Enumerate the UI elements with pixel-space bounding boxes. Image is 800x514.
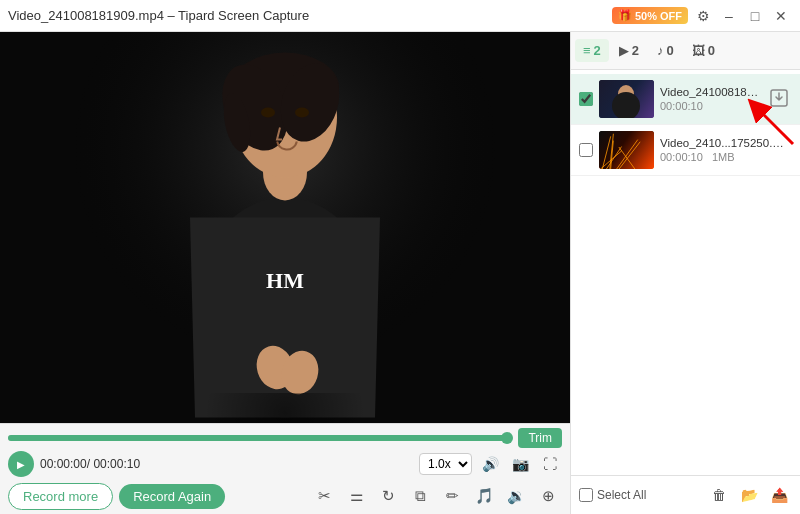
tab-video-icon: ≡ [583, 43, 591, 58]
fullscreen-icon[interactable]: ⛶ [538, 452, 562, 476]
video-canvas [0, 32, 570, 423]
controls-bar: Trim ▶ 00:00:00/ 00:00:10 1.0x 0.5x 1.5x… [0, 423, 570, 514]
copy-icon[interactable]: ⧉ [406, 482, 434, 510]
right-bottom-icons: 🗑 📂 📤 [706, 482, 792, 508]
tab-audio-count: 0 [667, 43, 674, 58]
export-icon[interactable]: 📤 [766, 482, 792, 508]
progress-track[interactable] [8, 435, 512, 441]
speed-select[interactable]: 1.0x 0.5x 1.5x 2.0x [419, 453, 472, 475]
file-name-2: Video_2410...175250.mp4 [660, 137, 792, 149]
app-title: Video_241008181909.mp4 – Tipard Screen C… [8, 8, 309, 23]
audio-icon[interactable]: 🔉 [502, 482, 530, 510]
tab-image-icon: 🖼 [692, 43, 705, 58]
tab-play[interactable]: ▶ 2 [611, 39, 647, 62]
audio-edit-icon[interactable]: 🎵 [470, 482, 498, 510]
file-meta-1: 00:00:10 [660, 100, 764, 112]
rotate-icon[interactable]: ↻ [374, 482, 402, 510]
tab-video[interactable]: ≡ 2 [575, 39, 609, 62]
bottom-icons: ✂ ⚌ ↻ ⧉ ✏ 🎵 🔉 ⊕ [310, 482, 562, 510]
close-button[interactable]: ✕ [770, 5, 792, 27]
file-meta-2: 00:00:10 1MB [660, 151, 792, 163]
file-checkbox-2[interactable] [579, 143, 593, 157]
edit-icon[interactable]: ✏ [438, 482, 466, 510]
playback-row: ▶ 00:00:00/ 00:00:10 1.0x 0.5x 1.5x 2.0x… [8, 451, 562, 477]
time-display: 00:00:00/ 00:00:10 [40, 457, 413, 471]
file-checkbox-1[interactable] [579, 92, 593, 106]
adjust-icon[interactable]: ⚌ [342, 482, 370, 510]
file-export-icon[interactable] [770, 89, 788, 110]
title-bar: Video_241008181909.mp4 – Tipard Screen C… [0, 0, 800, 32]
delete-icon[interactable]: 🗑 [706, 482, 732, 508]
file-item-2[interactable]: Video_2410...175250.mp4 00:00:10 1MB [571, 125, 800, 176]
left-panel: Trim ▶ 00:00:00/ 00:00:10 1.0x 0.5x 1.5x… [0, 32, 570, 514]
maximize-button[interactable]: □ [744, 5, 766, 27]
action-row: Record more Record Again ✂ ⚌ ↻ ⧉ ✏ 🎵 🔉 ⊕ [8, 480, 562, 510]
tab-bar: ≡ 2 ▶ 2 ♪ 0 🖼 0 [571, 32, 800, 70]
right-panel: ≡ 2 ▶ 2 ♪ 0 🖼 0 [570, 32, 800, 514]
file-info-1: Video_241008181909.mp4 00:00:10 [660, 86, 764, 112]
file-item-1[interactable]: Video_241008181909.mp4 00:00:10 [571, 74, 800, 125]
promo-badge: 🎁 50% OFF [612, 7, 688, 24]
folder-open-icon[interactable]: 📂 [736, 482, 762, 508]
tab-audio-icon: ♪ [657, 43, 664, 58]
file-list: Video_241008181909.mp4 00:00:10 [571, 70, 800, 475]
right-bottom-bar: Select All 🗑 📂 📤 [571, 475, 800, 514]
select-all-label[interactable]: Select All [597, 488, 702, 502]
tab-play-icon: ▶ [619, 43, 629, 58]
scissors-icon[interactable]: ✂ [310, 482, 338, 510]
file-name-1: Video_241008181909.mp4 [660, 86, 764, 98]
record-more-button[interactable]: Record more [8, 483, 113, 510]
tab-audio[interactable]: ♪ 0 [649, 39, 682, 62]
select-all-checkbox[interactable] [579, 488, 593, 502]
tab-image-count: 0 [708, 43, 715, 58]
play-button[interactable]: ▶ [8, 451, 34, 477]
progress-thumb[interactable] [501, 432, 513, 444]
progress-row: Trim [8, 428, 562, 448]
progress-fill [8, 435, 512, 441]
camera-icon[interactable]: 📷 [508, 452, 532, 476]
trim-button[interactable]: Trim [518, 428, 562, 448]
tab-image[interactable]: 🖼 0 [684, 39, 723, 62]
tab-video-count: 2 [594, 43, 601, 58]
file-info-2: Video_2410...175250.mp4 00:00:10 1MB [660, 137, 792, 163]
record-again-button[interactable]: Record Again [119, 484, 225, 509]
file-thumb-1 [599, 80, 654, 118]
file-thumb-2 [599, 131, 654, 169]
promo-text: 50% OFF [635, 10, 682, 22]
gift-icon: 🎁 [618, 9, 632, 22]
minimize-button[interactable]: – [718, 5, 740, 27]
window-controls: 🎁 50% OFF ⚙ – □ ✕ [612, 5, 792, 27]
settings-button[interactable]: ⚙ [692, 5, 714, 27]
video-area [0, 32, 570, 423]
volume-icon[interactable]: 🔊 [478, 452, 502, 476]
main-container: Trim ▶ 00:00:00/ 00:00:10 1.0x 0.5x 1.5x… [0, 32, 800, 514]
more-icon[interactable]: ⊕ [534, 482, 562, 510]
tab-play-count: 2 [632, 43, 639, 58]
